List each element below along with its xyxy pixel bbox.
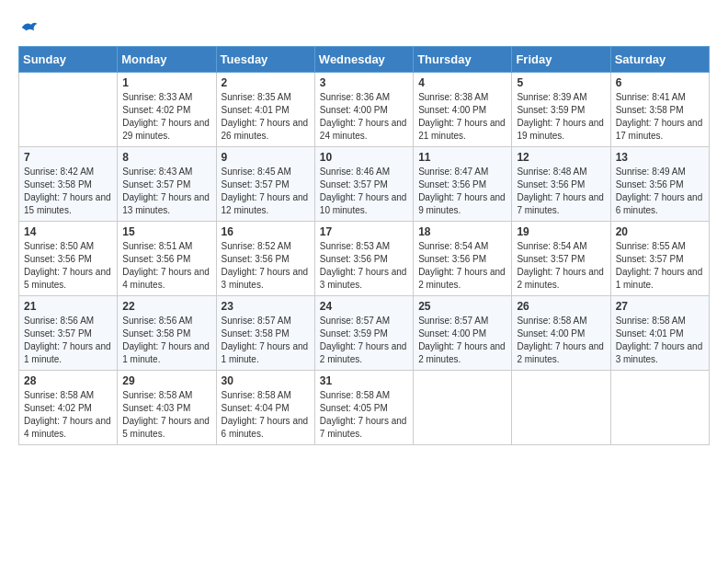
day-number: 3 xyxy=(320,76,408,89)
sunset-text: Sunset: 4:00 PM xyxy=(320,105,388,115)
logo xyxy=(18,18,39,37)
day-number: 9 xyxy=(222,151,310,164)
calendar-cell xyxy=(19,73,118,147)
calendar-cell: 13 Sunrise: 8:49 AM Sunset: 3:56 PM Dayl… xyxy=(610,147,709,222)
daylight-text: Daylight: 7 hours and 5 minutes. xyxy=(122,416,210,439)
day-info: Sunrise: 8:39 AM Sunset: 3:59 PM Dayligh… xyxy=(517,91,605,143)
sunrise-text: Sunrise: 8:53 AM xyxy=(320,241,390,251)
day-number: 16 xyxy=(222,225,310,238)
calendar-header-row: SundayMondayTuesdayWednesdayThursdayFrid… xyxy=(19,47,710,73)
calendar-week-4: 21 Sunrise: 8:56 AM Sunset: 3:57 PM Dayl… xyxy=(19,296,710,371)
daylight-text: Daylight: 7 hours and 2 minutes. xyxy=(517,267,604,290)
calendar-cell: 3 Sunrise: 8:36 AM Sunset: 4:00 PM Dayli… xyxy=(314,73,413,147)
daylight-text: Daylight: 7 hours and 17 minutes. xyxy=(616,118,703,141)
sunset-text: Sunset: 3:57 PM xyxy=(616,254,684,264)
daylight-text: Daylight: 7 hours and 2 minutes. xyxy=(517,341,604,364)
sunset-text: Sunset: 4:01 PM xyxy=(616,328,684,339)
day-number: 1 xyxy=(122,76,210,89)
day-number: 28 xyxy=(24,374,112,387)
day-number: 25 xyxy=(418,300,506,313)
day-number: 21 xyxy=(24,300,112,313)
daylight-text: Daylight: 7 hours and 3 minutes. xyxy=(222,267,309,290)
calendar-cell xyxy=(512,371,610,445)
weekday-header-monday: Monday xyxy=(118,47,216,73)
sunset-text: Sunset: 3:56 PM xyxy=(616,179,684,190)
day-info: Sunrise: 8:58 AM Sunset: 4:04 PM Dayligh… xyxy=(222,389,310,441)
day-info: Sunrise: 8:57 AM Sunset: 3:58 PM Dayligh… xyxy=(222,315,310,366)
sunrise-text: Sunrise: 8:49 AM xyxy=(616,167,686,177)
sunrise-text: Sunrise: 8:42 AM xyxy=(24,167,94,177)
calendar-cell: 30 Sunrise: 8:58 AM Sunset: 4:04 PM Dayl… xyxy=(216,371,314,445)
calendar-cell: 5 Sunrise: 8:39 AM Sunset: 3:59 PM Dayli… xyxy=(512,73,610,147)
sunrise-text: Sunrise: 8:54 AM xyxy=(517,241,586,251)
sunrise-text: Sunrise: 8:58 AM xyxy=(320,390,390,400)
day-number: 6 xyxy=(616,76,704,89)
sunrise-text: Sunrise: 8:35 AM xyxy=(222,92,291,102)
day-number: 22 xyxy=(122,300,210,313)
sunrise-text: Sunrise: 8:48 AM xyxy=(517,167,586,177)
calendar-week-3: 14 Sunrise: 8:50 AM Sunset: 3:56 PM Dayl… xyxy=(19,222,710,296)
calendar-cell: 18 Sunrise: 8:54 AM Sunset: 3:56 PM Dayl… xyxy=(414,222,512,296)
day-info: Sunrise: 8:47 AM Sunset: 3:56 PM Dayligh… xyxy=(418,166,506,217)
sunset-text: Sunset: 3:56 PM xyxy=(418,254,486,264)
sunrise-text: Sunrise: 8:43 AM xyxy=(122,167,192,177)
sunrise-text: Sunrise: 8:47 AM xyxy=(418,167,488,177)
calendar-cell: 9 Sunrise: 8:45 AM Sunset: 3:57 PM Dayli… xyxy=(216,147,314,222)
calendar-cell: 28 Sunrise: 8:58 AM Sunset: 4:02 PM Dayl… xyxy=(19,371,118,445)
day-info: Sunrise: 8:56 AM Sunset: 3:57 PM Dayligh… xyxy=(24,315,112,366)
day-info: Sunrise: 8:51 AM Sunset: 3:56 PM Dayligh… xyxy=(122,240,210,292)
calendar-cell xyxy=(414,371,512,445)
weekday-header-sunday: Sunday xyxy=(19,47,118,73)
sunset-text: Sunset: 3:56 PM xyxy=(24,254,92,264)
calendar-cell: 6 Sunrise: 8:41 AM Sunset: 3:58 PM Dayli… xyxy=(610,73,709,147)
calendar-cell: 29 Sunrise: 8:58 AM Sunset: 4:03 PM Dayl… xyxy=(118,371,216,445)
sunset-text: Sunset: 3:58 PM xyxy=(616,105,684,115)
day-number: 7 xyxy=(24,151,112,164)
day-number: 15 xyxy=(122,225,210,238)
day-info: Sunrise: 8:41 AM Sunset: 3:58 PM Dayligh… xyxy=(616,91,704,143)
calendar-cell: 10 Sunrise: 8:46 AM Sunset: 3:57 PM Dayl… xyxy=(314,147,413,222)
day-number: 27 xyxy=(616,300,704,313)
sunrise-text: Sunrise: 8:45 AM xyxy=(222,167,291,177)
sunrise-text: Sunrise: 8:58 AM xyxy=(616,316,686,326)
sunset-text: Sunset: 3:57 PM xyxy=(122,179,190,190)
day-info: Sunrise: 8:56 AM Sunset: 3:58 PM Dayligh… xyxy=(122,315,210,366)
daylight-text: Daylight: 7 hours and 3 minutes. xyxy=(320,267,407,290)
sunrise-text: Sunrise: 8:52 AM xyxy=(222,241,291,251)
sunset-text: Sunset: 4:02 PM xyxy=(24,403,92,413)
daylight-text: Daylight: 7 hours and 29 minutes. xyxy=(122,118,210,141)
weekday-header-tuesday: Tuesday xyxy=(216,47,314,73)
day-number: 20 xyxy=(616,225,704,238)
sunrise-text: Sunrise: 8:58 AM xyxy=(222,390,291,400)
day-info: Sunrise: 8:33 AM Sunset: 4:02 PM Dayligh… xyxy=(122,91,210,143)
day-info: Sunrise: 8:57 AM Sunset: 3:59 PM Dayligh… xyxy=(320,315,408,366)
sunset-text: Sunset: 3:59 PM xyxy=(320,328,388,339)
calendar-cell: 31 Sunrise: 8:58 AM Sunset: 4:05 PM Dayl… xyxy=(314,371,413,445)
day-number: 11 xyxy=(418,151,506,164)
daylight-text: Daylight: 7 hours and 1 minute. xyxy=(222,341,309,364)
day-number: 18 xyxy=(418,225,506,238)
calendar-cell: 2 Sunrise: 8:35 AM Sunset: 4:01 PM Dayli… xyxy=(216,73,314,147)
day-info: Sunrise: 8:58 AM Sunset: 4:00 PM Dayligh… xyxy=(517,315,605,366)
daylight-text: Daylight: 7 hours and 12 minutes. xyxy=(222,192,309,215)
calendar-cell: 21 Sunrise: 8:56 AM Sunset: 3:57 PM Dayl… xyxy=(19,296,118,371)
calendar-cell: 14 Sunrise: 8:50 AM Sunset: 3:56 PM Dayl… xyxy=(19,222,118,296)
sunrise-text: Sunrise: 8:54 AM xyxy=(418,241,488,251)
day-number: 19 xyxy=(517,225,605,238)
day-info: Sunrise: 8:48 AM Sunset: 3:56 PM Dayligh… xyxy=(517,166,605,217)
day-info: Sunrise: 8:54 AM Sunset: 3:57 PM Dayligh… xyxy=(517,240,605,292)
sunrise-text: Sunrise: 8:55 AM xyxy=(616,241,686,251)
day-number: 31 xyxy=(320,374,408,387)
daylight-text: Daylight: 7 hours and 24 minutes. xyxy=(320,118,407,141)
sunrise-text: Sunrise: 8:33 AM xyxy=(122,92,192,102)
day-info: Sunrise: 8:55 AM Sunset: 3:57 PM Dayligh… xyxy=(616,240,704,292)
day-number: 10 xyxy=(320,151,408,164)
day-number: 24 xyxy=(320,300,408,313)
sunset-text: Sunset: 3:58 PM xyxy=(122,328,190,339)
sunrise-text: Sunrise: 8:57 AM xyxy=(320,316,390,326)
day-info: Sunrise: 8:57 AM Sunset: 4:00 PM Dayligh… xyxy=(418,315,506,366)
calendar-cell: 23 Sunrise: 8:57 AM Sunset: 3:58 PM Dayl… xyxy=(216,296,314,371)
daylight-text: Daylight: 7 hours and 4 minutes. xyxy=(24,416,111,439)
sunrise-text: Sunrise: 8:36 AM xyxy=(320,92,390,102)
weekday-header-thursday: Thursday xyxy=(414,47,512,73)
